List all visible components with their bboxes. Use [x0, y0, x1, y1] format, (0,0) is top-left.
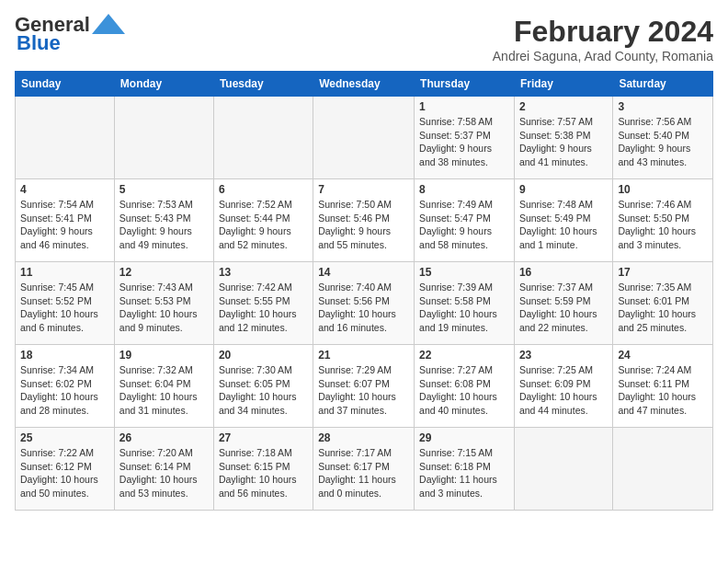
day-info: Sunrise: 7:39 AM Sunset: 5:58 PM Dayligh… [419, 281, 509, 335]
logo-icon [92, 14, 125, 34]
day-info: Sunrise: 7:30 AM Sunset: 6:05 PM Dayligh… [219, 363, 308, 418]
day-cell: 16Sunrise: 7:37 AM Sunset: 5:59 PM Dayli… [514, 262, 612, 345]
day-cell: 10Sunrise: 7:46 AM Sunset: 5:50 PM Dayli… [613, 179, 713, 262]
day-number: 10 [618, 183, 708, 196]
day-number: 19 [119, 349, 209, 362]
day-info: Sunrise: 7:40 AM Sunset: 5:56 PM Dayligh… [318, 281, 409, 335]
day-info: Sunrise: 7:32 AM Sunset: 6:04 PM Dayligh… [119, 363, 209, 418]
day-number: 15 [419, 266, 509, 279]
calendar-header: SundayMondayTuesdayWednesdayThursdayFrid… [16, 72, 713, 97]
day-number: 27 [219, 431, 308, 444]
day-cell: 11Sunrise: 7:45 AM Sunset: 5:52 PM Dayli… [16, 262, 115, 345]
column-header-sunday: Sunday [16, 72, 115, 97]
day-number: 1 [419, 100, 509, 113]
day-info: Sunrise: 7:46 AM Sunset: 5:50 PM Dayligh… [618, 198, 708, 252]
day-number: 13 [219, 266, 308, 279]
day-number: 22 [419, 349, 509, 362]
logo-blue-text: Blue [15, 31, 61, 55]
day-cell: 8Sunrise: 7:49 AM Sunset: 5:47 PM Daylig… [415, 179, 515, 262]
day-cell: 3Sunrise: 7:56 AM Sunset: 5:40 PM Daylig… [613, 97, 713, 179]
day-number: 5 [119, 183, 209, 196]
day-number: 28 [318, 431, 409, 444]
day-cell: 5Sunrise: 7:53 AM Sunset: 5:43 PM Daylig… [114, 179, 213, 262]
svg-marker-0 [92, 14, 125, 34]
day-cell: 27Sunrise: 7:18 AM Sunset: 6:15 PM Dayli… [213, 428, 313, 511]
day-cell [514, 428, 612, 511]
day-info: Sunrise: 7:52 AM Sunset: 5:44 PM Dayligh… [219, 198, 308, 252]
day-cell: 20Sunrise: 7:30 AM Sunset: 6:05 PM Dayli… [213, 345, 313, 428]
day-info: Sunrise: 7:18 AM Sunset: 6:15 PM Dayligh… [219, 446, 308, 500]
month-title: February 2024 [493, 15, 713, 49]
day-number: 2 [519, 100, 608, 113]
day-number: 23 [519, 349, 608, 362]
day-number: 20 [219, 349, 308, 362]
day-number: 6 [219, 183, 308, 196]
day-cell: 13Sunrise: 7:42 AM Sunset: 5:55 PM Dayli… [213, 262, 313, 345]
day-number: 16 [519, 266, 608, 279]
calendar-body: 1Sunrise: 7:58 AM Sunset: 5:37 PM Daylig… [16, 97, 713, 511]
day-cell: 2Sunrise: 7:57 AM Sunset: 5:38 PM Daylig… [514, 97, 612, 179]
day-cell: 25Sunrise: 7:22 AM Sunset: 6:12 PM Dayli… [16, 428, 115, 511]
column-header-thursday: Thursday [415, 72, 515, 97]
day-info: Sunrise: 7:48 AM Sunset: 5:49 PM Dayligh… [519, 198, 608, 252]
day-cell: 24Sunrise: 7:24 AM Sunset: 6:11 PM Dayli… [613, 345, 713, 428]
title-area: February 2024 Andrei Saguna, Arad County… [493, 15, 713, 63]
day-cell [613, 428, 713, 511]
day-cell: 17Sunrise: 7:35 AM Sunset: 6:01 PM Dayli… [613, 262, 713, 345]
day-number: 3 [618, 100, 708, 113]
calendar: SundayMondayTuesdayWednesdayThursdayFrid… [15, 71, 713, 511]
day-info: Sunrise: 7:58 AM Sunset: 5:37 PM Dayligh… [419, 115, 509, 169]
week-row-4: 18Sunrise: 7:34 AM Sunset: 6:02 PM Dayli… [16, 345, 713, 428]
day-number: 14 [318, 266, 409, 279]
week-row-2: 4Sunrise: 7:54 AM Sunset: 5:41 PM Daylig… [16, 179, 713, 262]
day-info: Sunrise: 7:27 AM Sunset: 6:08 PM Dayligh… [419, 363, 509, 418]
day-cell: 12Sunrise: 7:43 AM Sunset: 5:53 PM Dayli… [114, 262, 213, 345]
day-info: Sunrise: 7:24 AM Sunset: 6:11 PM Dayligh… [618, 363, 708, 418]
day-cell: 1Sunrise: 7:58 AM Sunset: 5:37 PM Daylig… [415, 97, 515, 179]
day-number: 9 [519, 183, 608, 196]
day-cell [313, 97, 415, 179]
column-header-wednesday: Wednesday [313, 72, 415, 97]
day-cell [114, 97, 213, 179]
day-number: 4 [20, 183, 109, 196]
day-number: 12 [119, 266, 209, 279]
day-number: 26 [119, 431, 209, 444]
week-row-3: 11Sunrise: 7:45 AM Sunset: 5:52 PM Dayli… [16, 262, 713, 345]
day-cell: 29Sunrise: 7:15 AM Sunset: 6:18 PM Dayli… [415, 428, 515, 511]
day-cell: 7Sunrise: 7:50 AM Sunset: 5:46 PM Daylig… [313, 179, 415, 262]
day-number: 17 [618, 266, 708, 279]
day-info: Sunrise: 7:45 AM Sunset: 5:52 PM Dayligh… [20, 281, 109, 335]
day-cell [213, 97, 313, 179]
day-info: Sunrise: 7:22 AM Sunset: 6:12 PM Dayligh… [20, 446, 109, 500]
day-cell: 9Sunrise: 7:48 AM Sunset: 5:49 PM Daylig… [514, 179, 612, 262]
day-number: 7 [318, 183, 409, 196]
subtitle: Andrei Saguna, Arad County, Romania [493, 49, 713, 63]
day-number: 21 [318, 349, 409, 362]
day-number: 25 [20, 431, 109, 444]
day-cell: 4Sunrise: 7:54 AM Sunset: 5:41 PM Daylig… [16, 179, 115, 262]
day-info: Sunrise: 7:34 AM Sunset: 6:02 PM Dayligh… [20, 363, 109, 418]
day-cell: 18Sunrise: 7:34 AM Sunset: 6:02 PM Dayli… [16, 345, 115, 428]
day-info: Sunrise: 7:37 AM Sunset: 5:59 PM Dayligh… [519, 281, 608, 335]
day-info: Sunrise: 7:57 AM Sunset: 5:38 PM Dayligh… [519, 115, 608, 169]
day-cell: 26Sunrise: 7:20 AM Sunset: 6:14 PM Dayli… [114, 428, 213, 511]
column-header-friday: Friday [514, 72, 612, 97]
day-cell: 21Sunrise: 7:29 AM Sunset: 6:07 PM Dayli… [313, 345, 415, 428]
day-info: Sunrise: 7:50 AM Sunset: 5:46 PM Dayligh… [318, 198, 409, 252]
week-row-5: 25Sunrise: 7:22 AM Sunset: 6:12 PM Dayli… [16, 428, 713, 511]
day-info: Sunrise: 7:43 AM Sunset: 5:53 PM Dayligh… [119, 281, 209, 335]
day-cell: 14Sunrise: 7:40 AM Sunset: 5:56 PM Dayli… [313, 262, 415, 345]
day-info: Sunrise: 7:53 AM Sunset: 5:43 PM Dayligh… [119, 198, 209, 252]
day-cell [16, 97, 115, 179]
column-header-tuesday: Tuesday [213, 72, 313, 97]
day-info: Sunrise: 7:17 AM Sunset: 6:17 PM Dayligh… [318, 446, 409, 500]
week-row-1: 1Sunrise: 7:58 AM Sunset: 5:37 PM Daylig… [16, 97, 713, 179]
day-number: 29 [419, 431, 509, 444]
day-info: Sunrise: 7:56 AM Sunset: 5:40 PM Dayligh… [618, 115, 708, 169]
column-header-monday: Monday [114, 72, 213, 97]
day-info: Sunrise: 7:35 AM Sunset: 6:01 PM Dayligh… [618, 281, 708, 335]
day-cell: 23Sunrise: 7:25 AM Sunset: 6:09 PM Dayli… [514, 345, 612, 428]
day-cell: 22Sunrise: 7:27 AM Sunset: 6:08 PM Dayli… [415, 345, 515, 428]
day-number: 24 [618, 349, 708, 362]
day-info: Sunrise: 7:20 AM Sunset: 6:14 PM Dayligh… [119, 446, 209, 500]
